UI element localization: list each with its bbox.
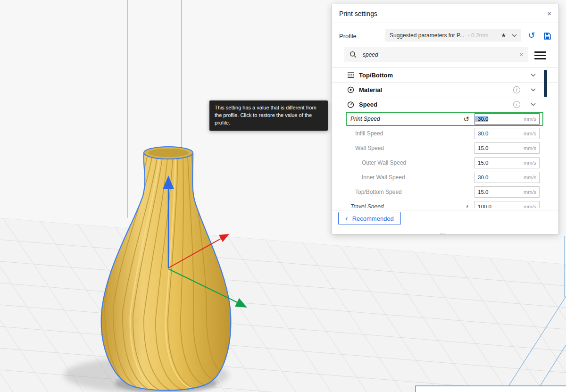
setting-label: Outer Wall Speed	[332, 159, 406, 166]
chevron-down-icon	[512, 34, 517, 37]
search-query-text: speed	[363, 51, 378, 58]
category-material[interactable]: Material i	[332, 82, 559, 97]
cura-window: This setting has a value that is differe…	[0, 0, 566, 392]
setting-row-travel-speed[interactable]: Travel Speed ƒ 100.0 mm/s	[332, 199, 559, 208]
search-icon	[350, 51, 357, 58]
setting-value: 15.0	[475, 160, 488, 166]
setting-value: 30.0	[475, 175, 488, 180]
info-icon[interactable]: i	[513, 86, 520, 93]
category-top-bottom[interactable]: Top/Bottom	[332, 67, 559, 82]
chevron-down-icon[interactable]	[531, 74, 536, 77]
setting-value-field[interactable]: 30.0 mm/s	[474, 128, 540, 139]
category-label: Top/Bottom	[359, 72, 393, 79]
reset-profile-icon[interactable]: ↺	[527, 31, 536, 40]
setting-value-field[interactable]: 15.0 mm/s	[474, 157, 540, 168]
setting-label: Travel Speed	[332, 203, 383, 209]
setting-row-inner-wall-speed[interactable]: Inner Wall Speed 30.0 mm/s	[332, 170, 559, 184]
chevron-down-icon[interactable]	[531, 103, 536, 106]
settings-scrollbar[interactable]	[544, 70, 547, 97]
function-icon: ƒ	[466, 203, 469, 209]
setting-value-field[interactable]: 30.0 mm/s	[474, 113, 540, 125]
setting-row-infill-speed[interactable]: Infill Speed 30.0 mm/s	[332, 126, 559, 141]
print-settings-panel: Print settings × Profile Suggested param…	[332, 4, 559, 234]
top-bottom-icon	[347, 72, 354, 79]
star-icon[interactable]: ★	[501, 32, 506, 39]
chevron-down-icon[interactable]	[531, 88, 536, 92]
setting-row-print-speed[interactable]: Print Speed ↺ 30.0 mm/s	[346, 112, 543, 126]
setting-row-wall-speed[interactable]: Wall Speed 15.0 mm/s	[332, 141, 559, 155]
category-label: Speed	[359, 101, 377, 108]
setting-label: Print Speed	[350, 116, 380, 122]
setting-value-field[interactable]: 15.0 mm/s	[474, 142, 540, 154]
panel-resize-handle[interactable]: ⋯	[440, 230, 447, 237]
setting-unit: mm/s	[524, 175, 539, 180]
setting-unit: mm/s	[524, 116, 539, 122]
settings-menu-icon[interactable]	[534, 51, 546, 59]
setting-unit: mm/s	[524, 204, 539, 209]
revert-value-icon[interactable]: ↺	[463, 116, 469, 123]
clear-search-icon[interactable]: ×	[519, 51, 523, 58]
speed-icon	[347, 101, 354, 108]
setting-value: 30.0	[475, 131, 488, 136]
setting-label: Top/Bottom Speed	[332, 189, 402, 195]
settings-list: Top/Bottom Material i Speed i	[332, 67, 559, 208]
setting-value: 100.0	[475, 204, 491, 209]
setting-value-field[interactable]: 100.0 mm/s	[474, 201, 540, 209]
setting-changed-tooltip: This setting has a value that is differe…	[209, 100, 328, 131]
profile-layer-height: - 0.2mm	[468, 32, 489, 39]
category-label: Material	[359, 86, 382, 93]
setting-value: 30.0	[475, 116, 488, 122]
category-speed[interactable]: Speed i	[332, 97, 559, 111]
info-icon[interactable]: i	[513, 101, 520, 108]
setting-value: 15.0	[475, 189, 488, 195]
panel-title: Print settings	[339, 10, 377, 17]
recommended-label: Recommended	[352, 215, 394, 222]
setting-value-field[interactable]: 15.0 mm/s	[474, 186, 540, 198]
bottom-right-panel-corner	[416, 386, 566, 392]
setting-unit: mm/s	[524, 160, 539, 166]
setting-value: 15.0	[475, 145, 488, 151]
profile-value: Suggested parameters for P...	[390, 32, 465, 39]
setting-unit: mm/s	[524, 145, 539, 151]
footer-divider	[332, 210, 558, 210]
chevron-left-icon: ‹	[345, 214, 348, 222]
setting-unit: mm/s	[524, 131, 539, 136]
profile-label: Profile	[339, 33, 357, 40]
settings-search-input[interactable]: speed ×	[344, 47, 528, 62]
vase-mouth	[148, 149, 189, 157]
profile-dropdown[interactable]: Suggested parameters for P... - 0.2mm ★	[385, 29, 521, 42]
setting-label: Inner Wall Speed	[332, 174, 405, 181]
setting-row-top-bottom-speed[interactable]: Top/Bottom Speed 15.0 mm/s	[332, 184, 559, 199]
save-profile-icon[interactable]	[542, 31, 552, 41]
material-icon	[347, 86, 354, 93]
panel-header: Print settings ×	[332, 4, 558, 23]
setting-value-field[interactable]: 30.0 mm/s	[474, 172, 540, 183]
close-icon[interactable]: ×	[547, 10, 551, 17]
setting-row-outer-wall-speed[interactable]: Outer Wall Speed 15.0 mm/s	[332, 155, 559, 170]
recommended-button[interactable]: ‹ Recommended	[338, 212, 401, 225]
setting-label: Infill Speed	[332, 130, 383, 137]
setting-unit: mm/s	[524, 189, 539, 195]
setting-label: Wall Speed	[332, 145, 384, 151]
